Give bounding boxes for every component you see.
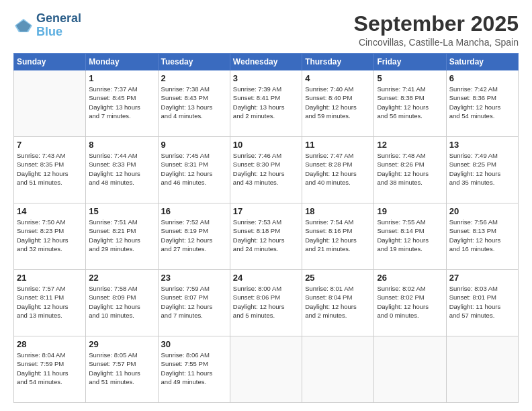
day-info: Sunrise: 7:47 AM Sunset: 8:28 PM Dayligh… [305, 151, 371, 187]
page: General Blue September 2025 Cincovillas,… [0, 0, 532, 411]
table-row: 1Sunrise: 7:37 AM Sunset: 8:45 PM Daylig… [86, 71, 158, 137]
table-row: 15Sunrise: 7:51 AM Sunset: 8:21 PM Dayli… [86, 203, 158, 270]
day-info: Sunrise: 7:37 AM Sunset: 8:45 PM Dayligh… [89, 85, 154, 120]
table-row: 6Sunrise: 7:42 AM Sunset: 8:36 PM Daylig… [446, 71, 518, 137]
day-info: Sunrise: 7:54 AM Sunset: 8:16 PM Dayligh… [305, 218, 371, 253]
day-number: 7 [17, 140, 83, 150]
day-number: 27 [449, 273, 515, 283]
logo-text: General Blue [36, 12, 81, 39]
day-number: 8 [89, 140, 154, 150]
table-row: 23Sunrise: 7:59 AM Sunset: 8:07 PM Dayli… [158, 270, 230, 336]
day-number: 23 [161, 273, 227, 283]
col-wednesday: Wednesday [230, 54, 302, 71]
table-row: 20Sunrise: 7:56 AM Sunset: 8:13 PM Dayli… [446, 203, 518, 270]
day-info: Sunrise: 7:39 AM Sunset: 8:41 PM Dayligh… [233, 85, 299, 120]
table-row: 26Sunrise: 8:02 AM Sunset: 8:02 PM Dayli… [374, 270, 446, 336]
table-row: 18Sunrise: 7:54 AM Sunset: 8:16 PM Dayli… [302, 203, 374, 270]
day-number: 21 [17, 273, 83, 283]
table-row: 27Sunrise: 8:03 AM Sunset: 8:01 PM Dayli… [446, 270, 518, 336]
table-row [446, 336, 518, 403]
day-number: 13 [449, 140, 515, 150]
day-info: Sunrise: 7:52 AM Sunset: 8:19 PM Dayligh… [161, 218, 227, 253]
col-saturday: Saturday [446, 54, 518, 71]
table-row [14, 71, 86, 137]
calendar-table: Sunday Monday Tuesday Wednesday Thursday… [13, 53, 519, 403]
day-number: 3 [233, 73, 299, 83]
day-number: 26 [377, 273, 443, 283]
table-row [230, 336, 302, 403]
day-number: 20 [449, 206, 515, 216]
col-monday: Monday [86, 54, 158, 71]
day-info: Sunrise: 7:53 AM Sunset: 8:18 PM Dayligh… [233, 218, 299, 253]
table-row: 14Sunrise: 7:50 AM Sunset: 8:23 PM Dayli… [14, 203, 86, 270]
day-number: 17 [233, 206, 299, 216]
day-info: Sunrise: 8:04 AM Sunset: 7:59 PM Dayligh… [17, 351, 83, 386]
calendar-week-2: 7Sunrise: 7:43 AM Sunset: 8:35 PM Daylig… [14, 137, 519, 203]
table-row [374, 336, 446, 403]
day-info: Sunrise: 8:00 AM Sunset: 8:06 PM Dayligh… [233, 284, 299, 320]
day-number: 12 [377, 140, 443, 150]
table-row: 13Sunrise: 7:49 AM Sunset: 8:25 PM Dayli… [446, 137, 518, 203]
table-row: 7Sunrise: 7:43 AM Sunset: 8:35 PM Daylig… [14, 137, 86, 203]
top-section: General Blue September 2025 Cincovillas,… [13, 12, 519, 48]
table-row: 21Sunrise: 7:57 AM Sunset: 8:11 PM Dayli… [14, 270, 86, 336]
col-tuesday: Tuesday [158, 54, 230, 71]
day-info: Sunrise: 7:50 AM Sunset: 8:23 PM Dayligh… [17, 218, 83, 253]
col-sunday: Sunday [14, 54, 86, 71]
day-number: 5 [377, 73, 443, 83]
table-row: 3Sunrise: 7:39 AM Sunset: 8:41 PM Daylig… [230, 71, 302, 137]
table-row: 22Sunrise: 7:58 AM Sunset: 8:09 PM Dayli… [86, 270, 158, 336]
day-info: Sunrise: 7:41 AM Sunset: 8:38 PM Dayligh… [377, 85, 443, 120]
table-row: 11Sunrise: 7:47 AM Sunset: 8:28 PM Dayli… [302, 137, 374, 203]
col-friday: Friday [374, 54, 446, 71]
day-info: Sunrise: 8:06 AM Sunset: 7:55 PM Dayligh… [161, 351, 227, 386]
day-number: 11 [305, 140, 371, 150]
day-info: Sunrise: 7:44 AM Sunset: 8:33 PM Dayligh… [89, 151, 154, 187]
table-row: 17Sunrise: 7:53 AM Sunset: 8:18 PM Dayli… [230, 203, 302, 270]
day-number: 30 [161, 339, 227, 349]
day-number: 29 [89, 339, 154, 349]
day-info: Sunrise: 7:43 AM Sunset: 8:35 PM Dayligh… [17, 151, 83, 187]
day-number: 28 [17, 339, 83, 349]
table-row [302, 336, 374, 403]
table-row: 8Sunrise: 7:44 AM Sunset: 8:33 PM Daylig… [86, 137, 158, 203]
day-number: 19 [377, 206, 443, 216]
day-info: Sunrise: 8:01 AM Sunset: 8:04 PM Dayligh… [305, 284, 371, 320]
day-info: Sunrise: 7:59 AM Sunset: 8:07 PM Dayligh… [161, 284, 227, 320]
table-row: 24Sunrise: 8:00 AM Sunset: 8:06 PM Dayli… [230, 270, 302, 336]
day-info: Sunrise: 7:58 AM Sunset: 8:09 PM Dayligh… [89, 284, 154, 320]
table-row: 2Sunrise: 7:38 AM Sunset: 8:43 PM Daylig… [158, 71, 230, 137]
table-row: 10Sunrise: 7:46 AM Sunset: 8:30 PM Dayli… [230, 137, 302, 203]
day-info: Sunrise: 7:56 AM Sunset: 8:13 PM Dayligh… [449, 218, 515, 253]
table-row: 29Sunrise: 8:05 AM Sunset: 7:57 PM Dayli… [86, 336, 158, 403]
day-number: 25 [305, 273, 371, 283]
logo: General Blue [13, 12, 81, 39]
day-number: 15 [89, 206, 154, 216]
day-info: Sunrise: 7:48 AM Sunset: 8:26 PM Dayligh… [377, 151, 443, 187]
day-info: Sunrise: 7:55 AM Sunset: 8:14 PM Dayligh… [377, 218, 443, 253]
table-row: 9Sunrise: 7:45 AM Sunset: 8:31 PM Daylig… [158, 137, 230, 203]
day-number: 14 [17, 206, 83, 216]
day-number: 24 [233, 273, 299, 283]
calendar-week-5: 28Sunrise: 8:04 AM Sunset: 7:59 PM Dayli… [14, 336, 519, 403]
day-number: 10 [233, 140, 299, 150]
day-info: Sunrise: 7:46 AM Sunset: 8:30 PM Dayligh… [233, 151, 299, 187]
day-number: 4 [305, 73, 371, 83]
day-info: Sunrise: 7:51 AM Sunset: 8:21 PM Dayligh… [89, 218, 154, 253]
table-row: 25Sunrise: 8:01 AM Sunset: 8:04 PM Dayli… [302, 270, 374, 336]
day-info: Sunrise: 7:45 AM Sunset: 8:31 PM Dayligh… [161, 151, 227, 187]
day-number: 6 [449, 73, 515, 83]
location: Cincovillas, Castille-La Mancha, Spain [354, 37, 519, 48]
day-number: 18 [305, 206, 371, 216]
day-info: Sunrise: 7:42 AM Sunset: 8:36 PM Dayligh… [449, 85, 515, 120]
table-row: 12Sunrise: 7:48 AM Sunset: 8:26 PM Dayli… [374, 137, 446, 203]
day-info: Sunrise: 8:02 AM Sunset: 8:02 PM Dayligh… [377, 284, 443, 320]
table-row: 5Sunrise: 7:41 AM Sunset: 8:38 PM Daylig… [374, 71, 446, 137]
table-row: 16Sunrise: 7:52 AM Sunset: 8:19 PM Dayli… [158, 203, 230, 270]
day-info: Sunrise: 8:05 AM Sunset: 7:57 PM Dayligh… [89, 351, 154, 386]
col-thursday: Thursday [302, 54, 374, 71]
day-number: 2 [161, 73, 227, 83]
day-number: 1 [89, 73, 154, 83]
day-info: Sunrise: 7:49 AM Sunset: 8:25 PM Dayligh… [449, 151, 515, 187]
calendar-week-4: 21Sunrise: 7:57 AM Sunset: 8:11 PM Dayli… [14, 270, 519, 336]
